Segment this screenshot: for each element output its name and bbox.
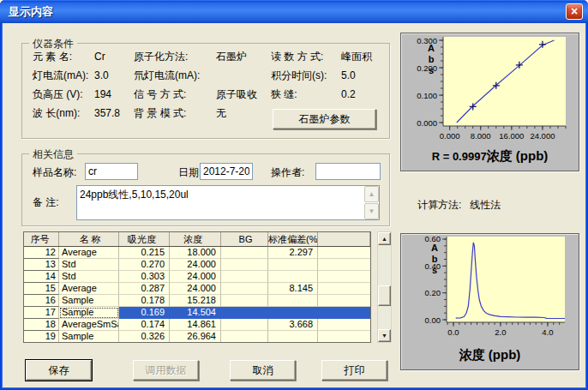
table-cell[interactable]: Sample bbox=[59, 331, 119, 343]
table-cell[interactable]: 0.326 bbox=[119, 331, 170, 343]
cancel-button[interactable]: 取消 bbox=[230, 360, 296, 381]
field-label: 狭 缝: bbox=[271, 87, 341, 102]
table-cell[interactable] bbox=[268, 271, 318, 283]
table-cell[interactable]: 0.270 bbox=[119, 259, 170, 271]
table-cell[interactable]: 0.169 bbox=[119, 307, 170, 319]
column-header[interactable]: 浓度 bbox=[170, 232, 221, 246]
table-row[interactable]: 15Average0.28724.0008.145 bbox=[24, 283, 370, 295]
table-cell[interactable]: Std bbox=[59, 271, 119, 283]
save-button[interactable]: 保存 bbox=[26, 360, 92, 381]
column-header[interactable]: 吸光度 bbox=[119, 232, 170, 246]
table-cell[interactable]: 18 bbox=[24, 319, 59, 331]
table-cell[interactable] bbox=[221, 319, 268, 331]
column-header[interactable]: 序号 bbox=[24, 232, 59, 246]
table-cell[interactable]: 24.000 bbox=[170, 283, 221, 295]
table-cell[interactable]: 26.964 bbox=[170, 331, 221, 343]
table-cell[interactable] bbox=[221, 295, 268, 307]
table-cell[interactable] bbox=[318, 283, 370, 295]
table-row[interactable]: 16Sample0.17815.218 bbox=[24, 295, 370, 307]
table-cell[interactable]: 13 bbox=[24, 259, 59, 271]
table-cell[interactable]: 3.668 bbox=[268, 319, 318, 331]
scrollbar-down-icon[interactable]: ▼ bbox=[378, 329, 391, 342]
notes-field: 24ppb线性,5,10,15,20ul ▲ ▼ bbox=[76, 185, 380, 220]
results-table-wrap: 序号名 称吸光度浓度BG标准偏差(%12Average0.21518.0002.… bbox=[23, 231, 392, 343]
field-value: 5.0 bbox=[341, 69, 356, 81]
notes-textarea[interactable]: 24ppb线性,5,10,15,20ul bbox=[76, 185, 380, 220]
table-row[interactable]: 14Std0.30324.000 bbox=[24, 271, 370, 283]
table-cell[interactable] bbox=[318, 259, 370, 271]
table-cell[interactable] bbox=[318, 331, 370, 343]
table-cell[interactable] bbox=[221, 307, 268, 319]
table-cell[interactable]: 15.218 bbox=[170, 295, 221, 307]
operator-input[interactable] bbox=[315, 163, 381, 180]
table-cell[interactable] bbox=[221, 283, 268, 295]
table-cell[interactable]: 8.145 bbox=[268, 283, 318, 295]
table-cell[interactable]: 19 bbox=[24, 331, 59, 343]
graphite-furnace-params-button[interactable]: 石墨炉参数 bbox=[273, 109, 376, 129]
print-button[interactable]: 打印 bbox=[321, 360, 387, 381]
table-cell[interactable] bbox=[318, 247, 370, 259]
table-cell[interactable]: Average bbox=[59, 283, 119, 295]
r-value: R = 0.9997 bbox=[432, 150, 487, 163]
column-header[interactable]: BG bbox=[221, 232, 268, 246]
table-cell[interactable] bbox=[268, 307, 318, 319]
table-cell[interactable]: 16 bbox=[24, 295, 59, 307]
table-cell[interactable] bbox=[221, 271, 268, 283]
table-cell[interactable] bbox=[221, 247, 268, 259]
sample-name-input[interactable] bbox=[85, 163, 138, 180]
table-cell[interactable]: 14 bbox=[24, 271, 59, 283]
column-header[interactable] bbox=[318, 232, 370, 246]
table-scrollbar[interactable]: ▲ ▼ bbox=[377, 231, 392, 343]
calc-method-value: 线性法 bbox=[470, 199, 501, 211]
title-bar[interactable]: 显示内容 × bbox=[0, 0, 588, 23]
scrollbar-thumb[interactable] bbox=[378, 285, 391, 306]
date-input[interactable] bbox=[200, 163, 253, 180]
table-cell[interactable]: 0.174 bbox=[119, 319, 170, 331]
table-cell[interactable] bbox=[318, 307, 370, 319]
table-cell[interactable]: 14.504 bbox=[170, 307, 221, 319]
table-cell[interactable]: 14.861 bbox=[170, 319, 221, 331]
close-icon[interactable]: × bbox=[566, 3, 583, 20]
scroll-down-icon[interactable]: ▼ bbox=[364, 203, 379, 219]
table-header-row[interactable]: 序号名 称吸光度浓度BG标准偏差(% bbox=[24, 232, 370, 247]
instrument-field: 负高压 (V):194 bbox=[33, 85, 134, 104]
table-row[interactable]: 12Average0.21518.0002.297 bbox=[24, 247, 370, 259]
field-value: Cr bbox=[94, 51, 105, 63]
table-cell[interactable]: 24.000 bbox=[170, 271, 221, 283]
table-cell[interactable]: Average bbox=[59, 247, 119, 259]
scrollbar-up-icon[interactable]: ▲ bbox=[378, 232, 391, 245]
table-row[interactable]: 18AverageSmSa0.17414.8613.668 bbox=[24, 319, 370, 331]
table-cell[interactable] bbox=[221, 259, 268, 271]
table-row[interactable]: 17Sample0.16914.504 bbox=[24, 307, 370, 319]
table-row[interactable]: 19Sample0.32626.964 bbox=[24, 331, 370, 343]
table-cell[interactable]: Sample bbox=[59, 295, 119, 307]
table-cell[interactable]: AverageSmSa bbox=[59, 319, 119, 331]
table-cell[interactable]: 17 bbox=[24, 307, 59, 319]
table-cell[interactable]: 0.215 bbox=[119, 247, 170, 259]
calc-method-label: 计算方法: bbox=[417, 199, 461, 211]
table-cell[interactable]: Std bbox=[59, 259, 119, 271]
table-cell[interactable]: 0.303 bbox=[119, 271, 170, 283]
table-cell[interactable]: 24.000 bbox=[170, 259, 221, 271]
column-header[interactable]: 名 称 bbox=[59, 232, 119, 246]
table-cell[interactable]: Sample bbox=[59, 307, 119, 319]
table-cell[interactable]: 12 bbox=[24, 247, 59, 259]
table-cell[interactable] bbox=[318, 295, 370, 307]
column-header[interactable]: 标准偏差(% bbox=[268, 232, 318, 246]
table-cell[interactable]: 15 bbox=[24, 283, 59, 295]
table-cell[interactable]: 0.178 bbox=[119, 295, 170, 307]
table-cell[interactable] bbox=[318, 319, 370, 331]
scroll-up-icon[interactable]: ▲ bbox=[364, 186, 379, 202]
table-cell[interactable] bbox=[221, 331, 268, 343]
table-cell[interactable]: 18.000 bbox=[170, 247, 221, 259]
field-value: 357.8 bbox=[94, 107, 120, 119]
table-cell[interactable] bbox=[268, 259, 318, 271]
table-cell[interactable] bbox=[268, 331, 318, 343]
table-cell[interactable]: 2.297 bbox=[268, 247, 318, 259]
table-cell[interactable] bbox=[268, 295, 318, 307]
table-cell[interactable]: 0.287 bbox=[119, 283, 170, 295]
y-tick-label: 0.20 bbox=[425, 288, 441, 297]
instrument-field: 积分时间(s):5.0 bbox=[271, 66, 389, 85]
table-row[interactable]: 13Std0.27024.000 bbox=[24, 259, 370, 271]
table-cell[interactable] bbox=[318, 271, 370, 283]
